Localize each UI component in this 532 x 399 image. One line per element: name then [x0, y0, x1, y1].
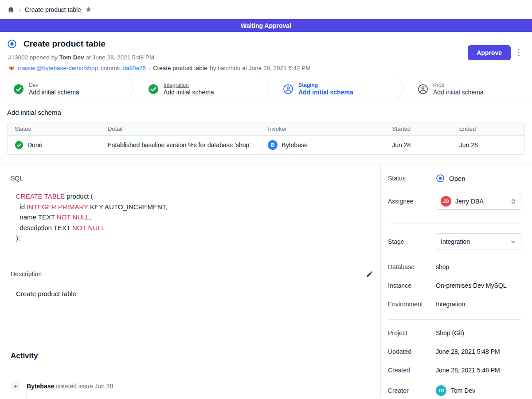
activity-section: Activity + Bytebase created issue Jun 28 — [11, 352, 374, 399]
project-value: Shop (Git) — [436, 329, 521, 336]
database-value: shop — [436, 263, 521, 270]
environment-value: Integration — [436, 301, 521, 308]
stage-env-label: Dev — [29, 82, 79, 88]
task-section: Add initial schema Status Detail Invoker… — [0, 101, 532, 164]
stage-select-value: Integration — [441, 238, 506, 245]
divider — [388, 319, 521, 320]
kebab-menu-icon[interactable]: ⋮ — [515, 48, 523, 57]
breadcrumb: › Create product table ★ — [0, 0, 532, 19]
commit-colon: : — [149, 65, 150, 71]
creator-avatar: TD — [436, 385, 446, 396]
assignee-value: Jerry DBA — [455, 198, 506, 205]
stage-task-label: Add initial schema — [433, 89, 484, 96]
updown-chevron-icon — [510, 198, 516, 205]
description-content: Create product table — [16, 290, 374, 297]
stage-separator-icon — [262, 76, 270, 102]
task-detail: Established baseline version %s for data… — [101, 136, 261, 154]
stage-pipeline: Dev Add initial schema Integration Add i… — [0, 77, 532, 101]
person-circle-icon — [418, 84, 428, 94]
updated-label: Updated — [388, 348, 436, 355]
stage-select-label: Stage — [388, 238, 436, 245]
divider — [11, 369, 374, 369]
stage-env-label: Prod — [433, 82, 484, 88]
created-label: Created — [388, 367, 436, 374]
check-circle-icon — [13, 84, 24, 94]
activity-heading: Activity — [11, 352, 374, 360]
stage-task-label: Add initial schema — [298, 89, 353, 96]
divider — [11, 260, 374, 260]
task-heading: Add initial schema — [7, 109, 525, 116]
created-value: June 28, 2021 5:48 PM — [436, 367, 521, 374]
task-status: Done — [27, 141, 42, 149]
sql-label: SQL — [11, 175, 374, 182]
pipeline-stage-staging[interactable]: Staging Add initial schema — [270, 77, 397, 101]
chevron-down-icon — [510, 239, 516, 245]
favorite-star-icon[interactable]: ★ — [85, 6, 92, 13]
timeline-line — [26, 393, 27, 399]
breadcrumb-chevron-icon: › — [19, 6, 21, 13]
table-row: Done Established baseline version %s for… — [8, 136, 524, 154]
column-header-detail: Detail — [101, 122, 261, 136]
commit-word: commit — [101, 65, 120, 71]
task-started: Jun 28 — [385, 136, 452, 154]
issue-open-icon — [436, 174, 445, 183]
approve-button[interactable]: Approve — [468, 45, 511, 60]
stage-task-label: Add initial schema — [29, 89, 79, 96]
description-label: Description — [11, 270, 42, 278]
stage-select[interactable]: Integration — [436, 233, 521, 250]
commit-byline: by tianzhou at June 28, 2021 5:42 PM — [210, 65, 310, 71]
column-header-ended: Ended — [452, 122, 524, 136]
instance-value: On-premises Dev MySQL — [436, 282, 521, 289]
check-circle-icon — [148, 84, 159, 94]
status-banner-text: Waiting Approval — [241, 22, 291, 29]
pipeline-stage-integration[interactable]: Integration Add initial schema — [135, 77, 262, 101]
environment-label: Environment — [388, 301, 436, 308]
page-title: Create product table — [23, 39, 106, 49]
issue-sidebar: Status Open Assignee JD Jerry DBA Stage — [380, 164, 532, 398]
project-label: Project — [388, 329, 436, 336]
check-circle-icon — [15, 141, 23, 149]
gitlab-icon — [8, 64, 15, 71]
pipeline-stage-dev[interactable]: Dev Add initial schema — [0, 77, 128, 101]
issue-open-icon — [7, 39, 17, 49]
issue-opened-at: at June 28, 2021 5:48 PM — [86, 54, 154, 61]
assignee-label: Assignee — [388, 198, 436, 205]
activity-action: created issue — [56, 383, 93, 390]
pipeline-stage-prod[interactable]: Prod Add initial schema — [404, 77, 532, 101]
commit-hash-link[interactable]: da90a25 — [123, 65, 146, 71]
breadcrumb-current: Create product table — [25, 6, 81, 13]
edit-description-button[interactable] — [365, 270, 374, 279]
status-banner: Waiting Approval — [0, 19, 532, 32]
pencil-icon — [366, 270, 373, 278]
stage-separator-icon — [128, 76, 135, 102]
creator-label: Creator — [388, 387, 436, 394]
column-header-status: Status — [8, 122, 101, 136]
task-table-header-row: Status Detail Invoker Started Ended — [8, 122, 524, 136]
activity-date: Jun 28 — [94, 383, 113, 390]
stage-task-label: Add initial schema — [164, 89, 214, 96]
stage-env-label: Staging — [298, 82, 353, 88]
task-invoker: Bytebase — [282, 141, 307, 149]
assignee-select[interactable]: JD Jerry DBA — [436, 193, 521, 210]
divider — [388, 223, 521, 223]
column-header-invoker: Invoker — [261, 122, 385, 136]
main-panel: SQL CREATE TABLE product ( id INTEGER PR… — [0, 164, 380, 398]
instance-label: Instance — [388, 282, 436, 289]
status-value: Open — [449, 175, 466, 182]
task-ended: Jun 28 — [452, 136, 524, 154]
home-icon[interactable] — [7, 6, 15, 13]
stage-env-label: Integration — [164, 82, 214, 88]
issue-number: #13002 opened by — [8, 54, 58, 61]
content-split: SQL CREATE TABLE product ( id INTEGER PR… — [0, 164, 532, 398]
status-label: Status — [388, 175, 436, 182]
task-table: Status Detail Invoker Started Ended Done… — [7, 122, 525, 155]
sql-code: CREATE TABLE product ( id INTEGER PRIMAR… — [16, 191, 374, 243]
issue-header: Create product table #13002 opened by To… — [0, 32, 532, 77]
vcs-branch-link[interactable]: master@bytebase-demo/shop — [18, 65, 98, 71]
plus-icon: + — [11, 381, 20, 391]
assignee-avatar: JD — [441, 196, 451, 207]
commit-message: Create product table — [153, 65, 207, 71]
person-circle-icon — [283, 84, 293, 94]
issue-author: Tom Dev — [59, 54, 84, 61]
invoker-avatar: B — [268, 140, 278, 150]
